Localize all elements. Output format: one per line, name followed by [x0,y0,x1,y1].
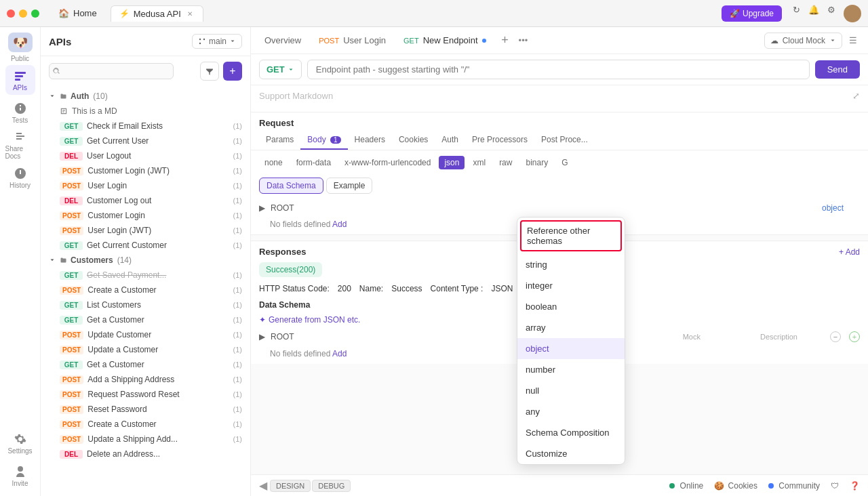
type-item-integer[interactable]: integer [517,275,625,296]
type-item-reference[interactable]: Reference other schemas [520,220,622,251]
type-item-array[interactable]: array [517,317,625,338]
type-item-string[interactable]: string [517,254,625,275]
type-item-number[interactable]: number [517,359,625,380]
type-dropdown: Reference other schemas string integer b… [517,217,625,465]
type-item-null[interactable]: null [517,380,625,401]
type-item-customize[interactable]: Customize [517,443,625,464]
type-item-object[interactable]: object [517,338,625,359]
type-item-boolean[interactable]: boolean [517,296,625,317]
dropdown-backdrop[interactable]: Reference other schemas string integer b… [0,0,868,496]
type-item-any[interactable]: any [517,401,625,422]
type-item-schema-composition[interactable]: Schema Composition [517,422,625,443]
